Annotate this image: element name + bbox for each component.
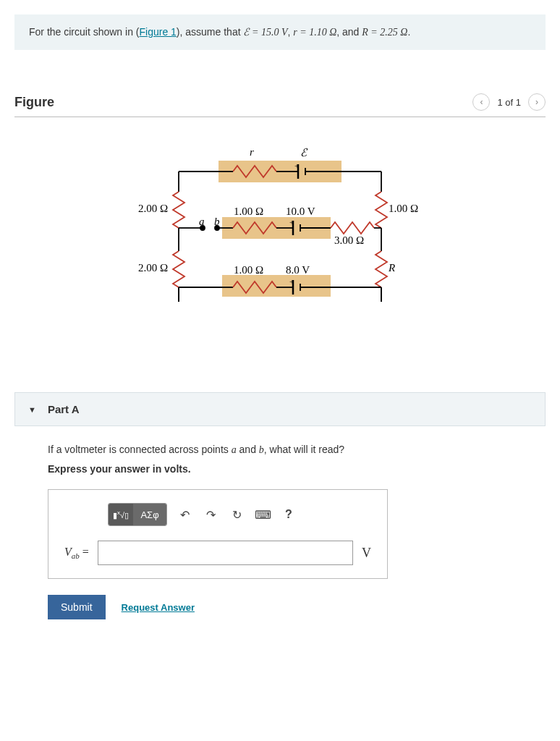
svg-rect-4 (222, 275, 331, 297)
question-suffix: , what will it read? (264, 444, 344, 455)
help-button[interactable]: ? (280, 506, 297, 523)
answer-equals: = (80, 546, 89, 558)
circuit-bot-v: 8.0 V (286, 264, 310, 276)
answer-unit: V (362, 546, 371, 561)
answer-var-sub: ab (72, 551, 80, 560)
r-equation: r = 1.10 Ω (293, 27, 336, 38)
chevron-left-icon: ‹ (480, 97, 483, 107)
chevron-right-icon: › (535, 97, 538, 107)
template-button[interactable]: ▮x√▯ (109, 504, 133, 525)
question-mid: and (237, 444, 259, 455)
emf-equation: ℰ = 15.0 V (243, 27, 287, 38)
answer-var-v: V (64, 546, 72, 558)
circuit-mid-v1: 10.0 V (286, 206, 315, 218)
question-prefix: If a voltmeter is connected across point… (48, 444, 232, 455)
part-a-body: If a voltmeter is connected across point… (14, 426, 546, 641)
redo-icon: ↷ (206, 508, 216, 522)
svg-text:+: + (289, 277, 294, 286)
chevron-down-icon: ▼ (28, 405, 36, 414)
circuit-svg: + + + (135, 146, 425, 327)
problem-statement: For the circuit shown in (Figure 1), ass… (14, 14, 546, 50)
figure-area: + + + r ℰ 2.00 Ω 2.00 Ω 1.00 Ω R 1.00 Ω … (14, 146, 546, 327)
keyboard-icon: ⌨ (255, 508, 271, 522)
question-text: If a voltmeter is connected across point… (48, 444, 524, 456)
circuit-right-bottom-r: R (389, 262, 395, 274)
answer-box: ▮x√▯ ΑΣφ ↶ ↷ ↻ ⌨ ? Vab = V (48, 489, 388, 579)
problem-text-5: . (407, 26, 410, 38)
svg-text:+: + (294, 161, 299, 170)
answer-input[interactable] (98, 541, 353, 565)
figure-prev-button[interactable]: ‹ (472, 93, 490, 111)
figure-nav: ‹ 1 of 1 › (472, 93, 546, 111)
circuit-right-top-r: 1.00 Ω (389, 203, 418, 215)
circuit-node-a: a (199, 216, 205, 228)
circuit-left-bottom-r: 2.00 Ω (138, 262, 168, 274)
circuit-mid-r1: 1.00 Ω (234, 206, 263, 218)
reset-button[interactable]: ↻ (228, 506, 245, 523)
circuit-left-top-r: 2.00 Ω (138, 203, 168, 215)
request-answer-link[interactable]: Request Answer (122, 602, 195, 613)
figure-next-button[interactable]: › (528, 93, 546, 111)
redo-button[interactable]: ↷ (202, 506, 219, 523)
fraction-root-icon: ▮x√▯ (113, 509, 129, 520)
figure-header: Figure ‹ 1 of 1 › (14, 93, 546, 117)
circuit-node-b: b (214, 216, 220, 228)
problem-text-4: , and (336, 26, 362, 38)
problem-text-2: ), assume that (177, 26, 244, 38)
circuit-bot-r: 1.00 Ω (234, 264, 263, 276)
figure-title: Figure (14, 95, 54, 110)
problem-text-1: For the circuit shown in ( (29, 26, 140, 38)
circuit-e-label: ℰ (300, 146, 307, 159)
actions: Submit Request Answer (48, 595, 524, 619)
answer-toolbar: ▮x√▯ ΑΣφ ↶ ↷ ↻ ⌨ ? (108, 503, 371, 526)
greek-button[interactable]: ΑΣφ (133, 504, 166, 525)
R-equation: R = 2.25 Ω (362, 27, 407, 38)
question-var-b: b (259, 444, 264, 455)
undo-button[interactable]: ↶ (176, 506, 193, 523)
circuit-diagram: + + + r ℰ 2.00 Ω 2.00 Ω 1.00 Ω R 1.00 Ω … (135, 146, 425, 327)
submit-button[interactable]: Submit (48, 595, 106, 619)
format-group: ▮x√▯ ΑΣφ (108, 503, 167, 526)
undo-icon: ↶ (180, 508, 190, 522)
figure-link[interactable]: Figure 1 (140, 26, 177, 38)
part-a-header[interactable]: ▼ Part A (14, 392, 546, 426)
instruction-text: Express your answer in volts. (48, 463, 524, 475)
circuit-mid-r2: 3.00 Ω (334, 234, 364, 247)
circuit-r-label: r (250, 146, 254, 158)
svg-text:+: + (289, 218, 294, 226)
part-title: Part A (48, 403, 80, 415)
reset-icon: ↻ (232, 508, 242, 522)
keyboard-button[interactable]: ⌨ (254, 506, 271, 523)
answer-variable: Vab = (64, 546, 89, 560)
figure-pager: 1 of 1 (497, 97, 521, 108)
question-var-a: a (232, 444, 237, 455)
answer-row: Vab = V (64, 541, 371, 565)
